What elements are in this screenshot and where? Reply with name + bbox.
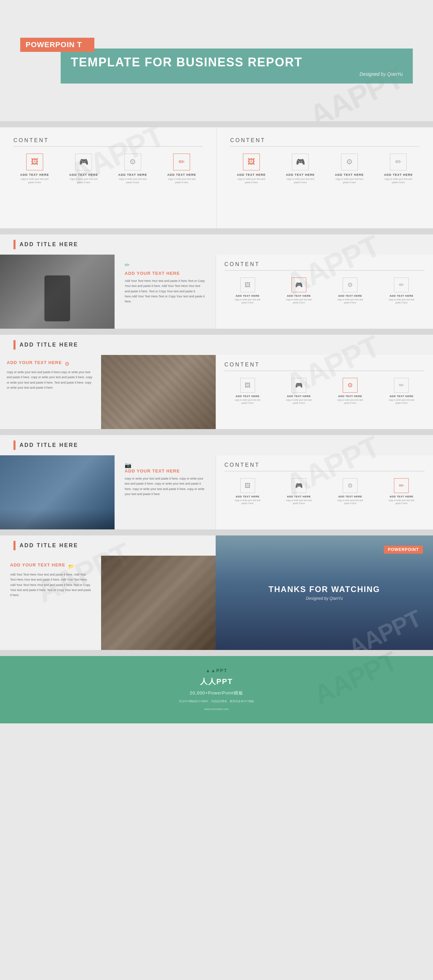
folder-icon-6: 📁 <box>68 564 74 569</box>
right-section-title: CONTENT <box>230 137 420 147</box>
r-icon-box-4: ✏ <box>390 154 407 170</box>
thanks-title: THANKS FOR WATCHING <box>269 585 380 594</box>
slide-5-text-panel: 📷 ADD YOUR TEXT HERE copy or write your … <box>115 455 216 530</box>
s5r-box-2: 🎮 <box>291 478 306 493</box>
left-icons-row: 🖼 ADD TEXT HERE copy or write your text … <box>13 154 203 184</box>
r-icon-item-4: ✏ ADD TEXT HERE copy or write your text … <box>382 154 415 184</box>
main-title: TEMPLATE FOR BUSINESS REPORT <box>71 55 403 69</box>
icon-box-2: 🎮 <box>75 154 92 170</box>
icon-desc-1: copy or write your text and paste it her… <box>18 178 51 184</box>
icon-item-4: ✏ ADD TEXT HERE copy or write your text … <box>165 154 199 184</box>
thanks-subtitle: Designed by QianYu <box>306 596 343 601</box>
s4r-icon-2: 🎮 ADD TEXT HERE copy or write your text … <box>285 378 312 404</box>
s4r-desc-3: copy or write your text and paste it her… <box>337 398 364 404</box>
thanks-orange-label: POWERPOINT <box>384 546 423 554</box>
slide-6-left: ADD TITLE HERE ADD YOUR TEXT HERE 📁 Add … <box>0 536 216 650</box>
s4r-box-4: ✏ <box>394 378 409 393</box>
r-icon-desc-2: copy or write your text and paste it her… <box>283 178 317 184</box>
slide-5: AAPPT ADD TITLE HERE 📷 ADD YOUR TEXT HER… <box>0 435 433 530</box>
stamps-overlay <box>101 355 216 429</box>
slide-2: AAPPT CONTENT 🖼 ADD TEXT HERE copy or wr… <box>0 127 433 228</box>
s3r-icon-1: 🖼 ADD TEXT HERE copy or write your text … <box>234 277 261 304</box>
icon-label-4: ADD TEXT HERE <box>167 173 196 177</box>
s3r-desc-3: copy or write your text and paste it her… <box>337 298 364 304</box>
s3r-box-1: 🖼 <box>240 277 255 292</box>
slide-6-title: ADD TITLE HERE <box>19 542 78 549</box>
slide-4: AAPPT ADD TITLE HERE ADD YOUR TEXT HERE … <box>0 335 433 429</box>
slide-4-left: ADD YOUR TEXT HERE ⚙ copy or write your … <box>0 355 216 429</box>
slide-4-title: ADD TITLE HERE <box>19 342 78 348</box>
s3r-box-2: 🎮 <box>291 277 306 292</box>
s5r-label-1: ADD TEXT HERE <box>236 495 259 498</box>
s5r-icon-3: ⚙ ADD TEXT HERE copy or write your text … <box>337 478 364 505</box>
s4r-desc-4: copy or write your text and paste it her… <box>388 398 415 404</box>
s5r-desc-2: copy or write your text and paste it her… <box>285 499 312 505</box>
slide-3-left: ✏ ADD YOUR TEXT HERE Add Your Text Here.… <box>0 255 216 329</box>
slide-4-title-row: ADD YOUR TEXT HERE ⚙ <box>7 360 94 368</box>
slide-3-text-body: Add Your Text Here.Your text and paste i… <box>125 278 205 304</box>
slide-4-text-title: ADD YOUR TEXT HERE <box>7 360 62 365</box>
s3r-desc-4: copy or write your text and paste it her… <box>388 298 415 304</box>
s4r-label-1: ADD TEXT HERE <box>236 395 259 398</box>
s3r-label-1: ADD TEXT HERE <box>236 294 259 298</box>
slide-6-text-title: ADD YOUR TEXT HERE <box>10 562 65 568</box>
slide-5-text-body: copy or write your text and paste it her… <box>125 476 205 497</box>
r-icon-item-2: 🎮 ADD TEXT HERE copy or write your text … <box>283 154 317 184</box>
slide-5-title: ADD TITLE HERE <box>19 442 78 448</box>
slide-5-right: CONTENT 🖼 ADD TEXT HERE copy or write yo… <box>216 455 433 530</box>
slide-4-text-panel: ADD YOUR TEXT HERE ⚙ copy or write your … <box>0 355 101 429</box>
slide-4-text-body: copy or write your text and paste it her… <box>7 370 94 390</box>
icon-item-1: 🖼 ADD TEXT HERE copy or write your text … <box>18 154 51 184</box>
right-icons-row: 🖼 ADD TEXT HERE copy or write your text … <box>230 154 420 184</box>
icon-label-3: ADD TEXT HERE <box>118 173 147 177</box>
slide-4-right: CONTENT 🖼 ADD TEXT HERE copy or write yo… <box>216 355 433 429</box>
slide-3-right-title: CONTENT <box>224 261 425 271</box>
s4r-label-3: ADD TEXT HERE <box>338 395 362 398</box>
s3r-label-2: ADD TEXT HERE <box>287 294 311 298</box>
r-icon-box-2: 🎮 <box>292 154 309 170</box>
camera-icon-5: 📷 <box>125 462 205 468</box>
subtitle: Designed by QianYu <box>71 72 403 77</box>
stamps-image <box>101 355 216 429</box>
s3r-box-4: ✏ <box>394 277 409 292</box>
slide-4-icons: 🖼 ADD TEXT HERE copy or write your text … <box>224 378 425 404</box>
r-icon-desc-4: copy or write your text and paste it her… <box>382 178 415 184</box>
icon-desc-2: copy or write your text and paste it her… <box>67 178 100 184</box>
left-panel: CONTENT 🖼 ADD TEXT HERE copy or write yo… <box>0 127 216 228</box>
watermark-thanks: AAPPT <box>344 605 425 650</box>
slide-1: AAPPT POWERPOIN T TEMPLATE FOR BUSINESS … <box>0 0 433 121</box>
r-icon-item-1: 🖼 ADD TEXT HERE copy or write your text … <box>234 154 268 184</box>
slide-3-body: ✏ ADD YOUR TEXT HERE Add Your Text Here.… <box>0 255 433 329</box>
icon-item-2: 🎮 ADD TEXT HERE copy or write your text … <box>67 154 100 184</box>
r-icon-box-3: ⚙ <box>341 154 358 170</box>
slide-3: AAPPT ADD TITLE HERE ✏ ADD YOUR TEXT HER… <box>0 234 433 329</box>
orange-bar-4 <box>13 340 16 350</box>
s3r-label-3: ADD TEXT HERE <box>338 294 362 298</box>
gear-icon-4: ⚙ <box>65 361 69 367</box>
s4r-label-2: ADD TEXT HERE <box>287 395 311 398</box>
footer-desc: 专注PPT模板设计与制作，为您提供商务、教育等各类PPT模板 <box>179 700 254 704</box>
slide-6: AAPPT ADD TITLE HERE ADD YOUR TEXT HERE … <box>0 536 433 650</box>
s5r-desc-4: copy or write your text and paste it her… <box>388 499 415 505</box>
icon-desc-3: copy or write your text and paste it her… <box>116 178 150 184</box>
s4r-box-2: 🎮 <box>291 378 306 393</box>
footer-title: 人人PPT <box>200 676 233 687</box>
s3r-label-4: ADD TEXT HERE <box>390 294 414 298</box>
arch-overlay <box>0 509 115 530</box>
s3r-icon-4: ✏ ADD TEXT HERE copy or write your text … <box>388 277 415 304</box>
s3r-desc-1: copy or write your text and paste it her… <box>234 298 261 304</box>
thanks-panel: POWERPOINT THANKS FOR WATCHING Designed … <box>216 536 433 650</box>
s5r-icon-4: ✏ ADD TEXT HERE copy or write your text … <box>388 478 415 505</box>
gap-1 <box>0 121 433 127</box>
r-icon-label-3: ADD TEXT HERE <box>335 173 364 177</box>
s5r-icon-2: 🎮 ADD TEXT HERE copy or write your text … <box>285 478 312 505</box>
slide-3-title-bar: ADD TITLE HERE <box>0 234 433 255</box>
pen-icon-3: ✏ <box>125 261 205 269</box>
slide-6-title-row: ADD YOUR TEXT HERE 📁 <box>10 562 91 570</box>
desk-image <box>101 556 216 650</box>
r-icon-label-4: ADD TEXT HERE <box>384 173 413 177</box>
icon-desc-4: copy or write your text and paste it her… <box>165 178 199 184</box>
s5r-box-4: ✏ <box>394 478 409 493</box>
right-panel: CONTENT 🖼 ADD TEXT HERE copy or write yo… <box>216 127 433 228</box>
s4r-label-4: ADD TEXT HERE <box>390 395 414 398</box>
